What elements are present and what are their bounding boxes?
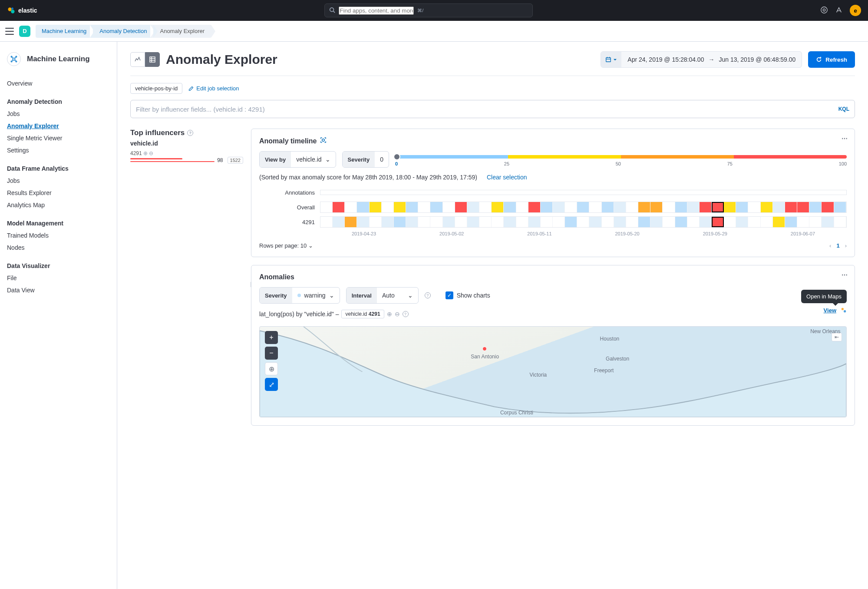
- svg-line-15: [12, 60, 13, 61]
- view-by-control[interactable]: View by vehicle.id⌄: [259, 151, 336, 168]
- remove-filter-icon[interactable]: ⊖: [395, 311, 400, 318]
- svg-point-26: [842, 308, 844, 310]
- kql-input[interactable]: [136, 106, 838, 113]
- tick: 75: [727, 161, 733, 166]
- slider-thumb[interactable]: [393, 153, 400, 160]
- overall-track[interactable]: [320, 202, 847, 213]
- locate-button[interactable]: ⊕: [265, 362, 278, 375]
- job-chip[interactable]: vehicle-pos-by-id: [130, 83, 182, 94]
- page-number[interactable]: 1: [836, 242, 839, 249]
- global-search[interactable]: ⌘/: [324, 3, 533, 17]
- next-page-button[interactable]: ›: [845, 242, 847, 249]
- help-icon[interactable]: ?: [403, 311, 409, 317]
- help-icon[interactable]: [820, 6, 828, 15]
- space-selector[interactable]: D: [19, 26, 30, 37]
- influencer-value-row[interactable]: 4291 ⊕ ⊖: [130, 150, 243, 156]
- help-icon[interactable]: ?: [187, 130, 193, 136]
- influencer-field: vehicle.id: [130, 140, 243, 147]
- anomaly-map[interactable]: + − ⊕ ⤢ ⇤ San Antonio Houston Galveston …: [259, 326, 847, 417]
- newsfeed-icon[interactable]: [835, 6, 843, 15]
- zoom-in-button[interactable]: +: [265, 331, 278, 344]
- influencer-total: 1522: [228, 157, 243, 164]
- remove-filter-icon[interactable]: ⊖: [149, 150, 153, 156]
- nav-toggle-icon[interactable]: [5, 28, 14, 35]
- swimlane-label: Overall: [259, 204, 320, 211]
- severity-slider[interactable]: 0 25 50 75 100: [395, 152, 847, 166]
- anomalies-severity-control[interactable]: Severity warning⌄: [259, 287, 340, 304]
- svg-point-0: [8, 7, 12, 11]
- map-city-label: Victoria: [529, 372, 547, 378]
- focus-icon[interactable]: [320, 137, 327, 145]
- sidebar-item[interactable]: Jobs: [7, 175, 110, 187]
- clear-selection-button[interactable]: Clear selection: [487, 174, 527, 181]
- add-filter-icon[interactable]: ⊕: [143, 150, 148, 156]
- breadcrumb: Machine Learning Anomaly Detection Anoma…: [36, 25, 211, 38]
- view-button[interactable]: View: [824, 307, 836, 314]
- influencers-title: Top influencers ?: [130, 129, 243, 137]
- anomalies-title: Anomalies: [259, 273, 847, 281]
- sidebar-item[interactable]: Nodes: [7, 242, 110, 254]
- sidebar-title: Machine Learning: [7, 52, 110, 66]
- user-avatar[interactable]: e: [850, 5, 861, 16]
- edit-job-button[interactable]: Edit job selection: [188, 85, 239, 92]
- sidebar-item-overview[interactable]: Overview: [7, 77, 110, 89]
- edit-job-label: Edit job selection: [196, 85, 239, 92]
- show-charts-checkbox[interactable]: ✓: [446, 291, 453, 299]
- anomalies-interval-control[interactable]: Interval Auto⌄: [346, 287, 419, 304]
- sidebar-item[interactable]: Single Metric Viewer: [7, 132, 110, 144]
- swimlane: Annotations Overall 4291: [259, 187, 847, 236]
- panel-menu-icon[interactable]: ⋯: [842, 271, 848, 278]
- rows-per-page[interactable]: Rows per page: 10 ⌄: [259, 242, 313, 249]
- prev-page-button[interactable]: ‹: [829, 242, 831, 249]
- sidebar-item[interactable]: Anomaly Explorer: [7, 120, 110, 132]
- breadcrumb-item[interactable]: Anomaly Detection: [90, 25, 154, 38]
- sidebar-item[interactable]: Trained Models: [7, 229, 110, 242]
- swimlane-view-button[interactable]: [130, 52, 145, 67]
- map-city-label: New Orleans: [810, 328, 840, 334]
- kql-badge[interactable]: KQL: [838, 106, 849, 112]
- elastic-logo[interactable]: elastic: [7, 6, 37, 15]
- map-pin-icon[interactable]: [841, 307, 847, 314]
- tick: 0: [395, 161, 398, 166]
- svg-line-4: [333, 11, 335, 13]
- sidebar-item[interactable]: File: [7, 272, 110, 284]
- date-picker[interactable]: Apr 24, 2019 @ 15:28:04.00 → Jun 13, 201…: [601, 51, 802, 68]
- refresh-button[interactable]: Refresh: [808, 51, 855, 68]
- sidebar: Machine Learning Overview Anomaly Detect…: [0, 42, 117, 589]
- svg-point-5: [821, 7, 827, 13]
- map-city-label: Houston: [600, 336, 620, 342]
- page-header: Anomaly Explorer Apr 24, 2019 @ 15:28:04…: [130, 51, 855, 76]
- help-icon[interactable]: ?: [425, 292, 431, 298]
- job-selection-row: vehicle-pos-by-id Edit job selection: [130, 83, 855, 94]
- fullscreen-button[interactable]: ⤢: [265, 378, 278, 391]
- severity-threshold-control[interactable]: Severity 0: [342, 151, 389, 168]
- table-view-button[interactable]: [145, 52, 160, 67]
- panel-menu-icon[interactable]: ⋯: [842, 135, 848, 142]
- sidebar-item[interactable]: Data View: [7, 284, 110, 296]
- severity-label: Severity: [343, 152, 375, 167]
- swimlane-pager: Rows per page: 10 ⌄ ‹ 1 ›: [259, 242, 847, 249]
- main-content: Anomaly Explorer Apr 24, 2019 @ 15:28:04…: [117, 42, 868, 589]
- breadcrumb-item[interactable]: Machine Learning: [36, 25, 93, 38]
- sidebar-item[interactable]: Results Explorer: [7, 187, 110, 199]
- swimlane-axis: 2019-04-232019-05-022019-05-112019-05-20…: [320, 231, 847, 236]
- timeline-title: Anomaly timeline: [259, 137, 847, 145]
- sidebar-item[interactable]: Analytics Map: [7, 199, 110, 211]
- date-from: Apr 24, 2019 @ 15:28:04.00: [627, 56, 704, 63]
- tick: 100: [839, 161, 847, 166]
- entity-track[interactable]: [320, 216, 847, 228]
- entity-chip[interactable]: vehicle.id 4291: [341, 310, 384, 318]
- sidebar-item[interactable]: Settings: [7, 144, 110, 156]
- svg-line-16: [15, 60, 16, 61]
- sidebar-group: Data Visualizer: [7, 262, 110, 269]
- sidebar-item[interactable]: Jobs: [7, 108, 110, 120]
- annotations-track[interactable]: [320, 190, 847, 195]
- global-search-input[interactable]: [339, 7, 414, 15]
- svg-point-25: [322, 139, 325, 142]
- svg-line-13: [12, 57, 13, 59]
- zoom-out-button[interactable]: −: [265, 347, 278, 360]
- chevron-down-icon: ⌄: [329, 292, 334, 299]
- calendar-icon[interactable]: [601, 52, 621, 67]
- kql-filter-bar[interactable]: KQL: [130, 100, 855, 118]
- add-filter-icon[interactable]: ⊕: [387, 311, 392, 318]
